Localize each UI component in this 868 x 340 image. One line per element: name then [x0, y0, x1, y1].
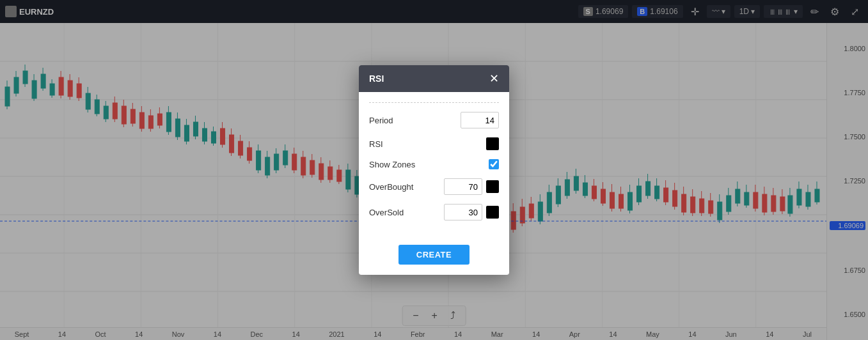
create-button[interactable]: CREATE	[398, 245, 470, 265]
show-zones-label: Show Zones	[369, 160, 415, 169]
rsi-color-row: RSI	[369, 137, 499, 150]
show-zones-checkbox[interactable]	[489, 159, 499, 169]
overbought-controls	[444, 178, 499, 195]
oversold-color-swatch[interactable]	[486, 206, 499, 219]
dialog-header: RSI ✕	[359, 65, 509, 92]
period-row: Period	[369, 112, 499, 128]
overbought-row: OverBought	[369, 178, 499, 195]
oversold-row: OverSold	[369, 204, 499, 220]
dialog-close-button[interactable]: ✕	[489, 73, 499, 84]
dialog-divider	[369, 102, 499, 103]
dialog-body: Period RSI Show Zones OverBought	[359, 92, 509, 240]
dialog-title: RSI	[369, 73, 384, 84]
modal-overlay: RSI ✕ Period RSI Show Zones	[0, 0, 868, 340]
period-input[interactable]	[461, 112, 499, 128]
overbought-label: OverBought	[369, 182, 413, 192]
rsi-color-swatch-group	[486, 137, 499, 150]
rsi-dialog: RSI ✕ Period RSI Show Zones	[359, 65, 509, 275]
rsi-color-swatch[interactable]	[486, 137, 499, 150]
rsi-label: RSI	[369, 139, 383, 149]
period-label: Period	[369, 116, 393, 125]
oversold-input[interactable]	[444, 204, 482, 220]
oversold-controls	[444, 204, 499, 220]
overbought-input[interactable]	[444, 178, 482, 195]
show-zones-row: Show Zones	[369, 159, 499, 169]
dialog-footer: CREATE	[359, 240, 509, 275]
oversold-label: OverSold	[369, 208, 404, 217]
overbought-color-swatch[interactable]	[486, 180, 499, 193]
